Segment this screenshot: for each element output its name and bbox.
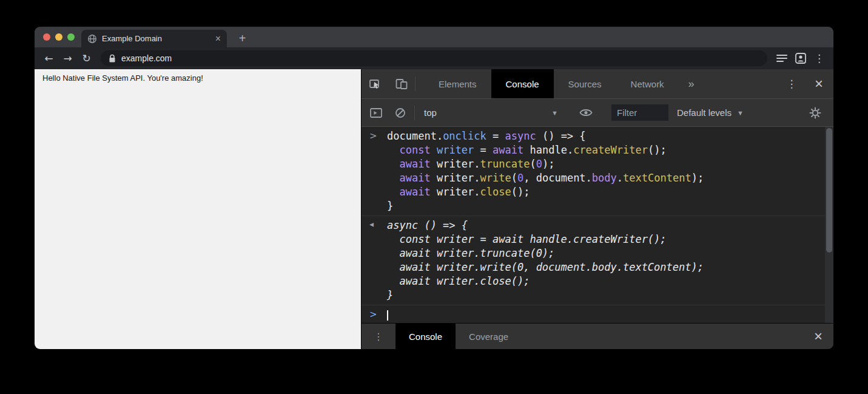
traffic-lights [43, 33, 75, 41]
execution-context-select[interactable]: top ▼ [417, 107, 565, 118]
code-line: } [387, 199, 824, 213]
console-toolbar: top ▼ Default levels ▼ [362, 99, 833, 127]
forward-icon[interactable]: → [58, 49, 77, 67]
back-icon[interactable]: ← [39, 49, 58, 67]
live-expression-eye-icon[interactable] [574, 101, 598, 125]
tab-close-icon[interactable]: × [215, 34, 221, 44]
devtools-tabs: Elements Console Sources Network [424, 69, 679, 98]
console-result-message: ◂ async () => { const writer = await han… [362, 216, 833, 305]
code-line: await writer.truncate(0); [387, 246, 824, 260]
log-levels-select[interactable]: Default levels ▼ [668, 107, 752, 118]
tab-elements[interactable]: Elements [424, 69, 491, 98]
web-page: Hello Native File System API. You're ama… [35, 69, 361, 349]
execution-context-label: top [424, 107, 437, 118]
code-line: await writer.truncate(0); [387, 157, 824, 171]
reload-icon[interactable]: ↻ [77, 49, 96, 67]
tab-sources[interactable]: Sources [554, 69, 616, 98]
divider [415, 76, 415, 91]
page-body-text: Hello Native File System API. You're ama… [42, 73, 203, 83]
filter-input[interactable] [611, 104, 668, 121]
tab-title: Example Domain [102, 34, 210, 43]
code-line: } [387, 288, 824, 302]
close-window-button[interactable] [43, 33, 50, 41]
lines-icon[interactable] [772, 49, 791, 67]
code-line: async () => { [387, 219, 824, 233]
code-line: await writer.close(); [387, 274, 824, 288]
browser-tab[interactable]: Example Domain × [81, 30, 227, 47]
zoom-window-button[interactable] [67, 33, 75, 41]
inspect-element-icon[interactable] [362, 69, 388, 98]
address-bar[interactable]: example.com [101, 50, 767, 66]
devtools-panel: Elements Console Sources Network » ⋮ × [361, 69, 833, 349]
drawer-tab-console[interactable]: Console [395, 324, 456, 349]
code-line: const writer = await handle.createWriter… [387, 233, 824, 246]
console-scrollbar[interactable] [825, 127, 833, 323]
tab-strip: Example Domain × + [35, 27, 833, 47]
content-area: Hello Native File System API. You're ama… [35, 69, 833, 349]
code-line: document.onclick = async () => { [387, 129, 824, 143]
code-line: await writer.write(0, document.body.text… [387, 171, 824, 185]
console-input-code: document.onclick = async () => { const w… [387, 129, 824, 213]
chrome-menu-kebab-icon[interactable]: ⋮ [810, 49, 829, 67]
devtools-drawer: ⋮ Console Coverage × [362, 323, 833, 349]
browser-window: Example Domain × + ← → ↻ example.com ⋮ H… [35, 27, 833, 349]
more-tabs-icon[interactable]: » [679, 69, 704, 98]
tab-network[interactable]: Network [616, 69, 679, 98]
code-line: await writer.close(); [387, 185, 824, 199]
console-result-marker: ◂ [369, 219, 383, 229]
devtools-close-icon[interactable]: × [804, 69, 833, 98]
console-messages: > document.onclick = async () => { const… [362, 127, 833, 323]
globe-favicon-icon [87, 34, 97, 44]
console-prompt[interactable]: > [362, 305, 833, 321]
log-levels-label: Default levels [677, 107, 732, 118]
clear-console-icon[interactable] [388, 101, 412, 125]
new-tab-button[interactable]: + [234, 30, 251, 47]
console-input-marker: > [369, 131, 383, 141]
device-toolbar-icon[interactable] [388, 69, 415, 98]
tab-console[interactable]: Console [491, 69, 554, 98]
scrollbar-thumb[interactable] [826, 128, 832, 253]
console-prompt-marker: > [369, 309, 383, 320]
drawer-menu-kebab-icon[interactable]: ⋮ [362, 324, 395, 349]
browser-toolbar: ← → ↻ example.com ⋮ [35, 47, 833, 69]
url-text: example.com [121, 53, 172, 63]
devtools-menu-kebab-icon[interactable]: ⋮ [779, 69, 804, 98]
chevron-down-icon: ▼ [737, 109, 744, 117]
lock-icon [109, 54, 116, 63]
console-settings-gear-icon[interactable] [803, 101, 827, 125]
minimize-window-button[interactable] [55, 33, 62, 41]
code-line: const writer = await handle.createWriter… [387, 143, 824, 157]
chevron-down-icon: ▼ [551, 109, 558, 117]
console-result-code: async () => { const writer = await handl… [387, 219, 824, 302]
drawer-close-icon[interactable]: × [803, 324, 833, 349]
console-sidebar-icon[interactable] [364, 101, 388, 125]
profile-icon[interactable] [791, 49, 810, 67]
text-cursor [387, 310, 388, 321]
divider [414, 106, 415, 120]
code-line: await writer.write(0, document.body.text… [387, 260, 824, 274]
console-command-message: > document.onclick = async () => { const… [362, 127, 833, 216]
drawer-tab-coverage[interactable]: Coverage [456, 324, 522, 349]
devtools-tab-bar: Elements Console Sources Network » ⋮ × [362, 69, 833, 99]
